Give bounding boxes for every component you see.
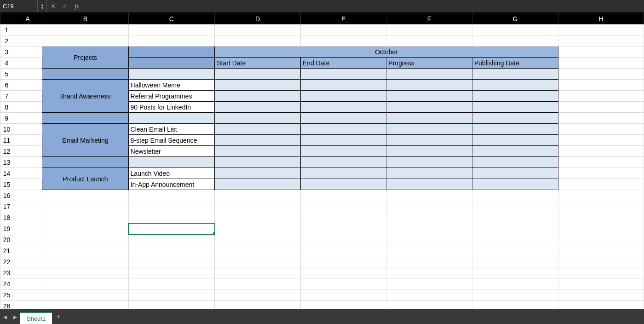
- cell[interactable]: [558, 24, 644, 35]
- cell[interactable]: [472, 245, 558, 256]
- cell[interactable]: [42, 201, 128, 212]
- sheet-area[interactable]: A B C D E F G H 1 2 3 Projects October 4…: [0, 13, 644, 309]
- cell[interactable]: [558, 168, 644, 179]
- row-header[interactable]: 25: [0, 289, 13, 301]
- cell[interactable]: [42, 301, 128, 310]
- selected-cell[interactable]: [128, 223, 215, 234]
- cell[interactable]: [128, 234, 215, 245]
- row-header[interactable]: 23: [0, 267, 13, 278]
- formula-input[interactable]: [83, 0, 644, 12]
- cell[interactable]: [42, 245, 128, 256]
- cell[interactable]: [558, 278, 644, 289]
- cell[interactable]: [386, 256, 472, 267]
- cell[interactable]: [215, 256, 301, 267]
- col-header-H[interactable]: H: [558, 13, 644, 24]
- cell[interactable]: [13, 234, 42, 245]
- task-cell[interactable]: Clean Email List: [128, 124, 215, 135]
- cell[interactable]: [13, 179, 42, 190]
- select-all-corner[interactable]: [0, 13, 13, 24]
- cell[interactable]: [13, 124, 42, 135]
- cell[interactable]: [300, 201, 386, 212]
- cell[interactable]: [42, 289, 128, 301]
- month-header[interactable]: October: [215, 46, 558, 58]
- cell[interactable]: [558, 69, 644, 80]
- cell[interactable]: [128, 113, 215, 124]
- cell[interactable]: [13, 69, 42, 80]
- cell[interactable]: [472, 223, 558, 234]
- cell[interactable]: [300, 267, 386, 278]
- cell[interactable]: [386, 146, 472, 157]
- cell[interactable]: [472, 278, 558, 289]
- cell[interactable]: [472, 80, 558, 91]
- publishing-date-header[interactable]: Publishing Date: [472, 58, 558, 69]
- projects-header[interactable]: Projects: [42, 46, 128, 69]
- fx-icon[interactable]: fx: [71, 0, 83, 12]
- cell[interactable]: [215, 179, 301, 190]
- cell[interactable]: [386, 278, 472, 289]
- cell[interactable]: [128, 157, 215, 168]
- cell[interactable]: [128, 190, 215, 201]
- cell[interactable]: [472, 289, 558, 301]
- cell[interactable]: [300, 278, 386, 289]
- progress-header[interactable]: Progress: [386, 58, 472, 69]
- cell[interactable]: [13, 80, 42, 91]
- cell[interactable]: [472, 102, 558, 113]
- task-cell[interactable]: Launch Video: [128, 168, 215, 179]
- row-header[interactable]: 17: [0, 201, 13, 212]
- cell[interactable]: [472, 301, 558, 310]
- cell[interactable]: [558, 113, 644, 124]
- cell[interactable]: [472, 35, 558, 46]
- cell[interactable]: [215, 301, 301, 310]
- row-header[interactable]: 1: [0, 24, 13, 35]
- cell[interactable]: [558, 201, 644, 212]
- task-cell[interactable]: 90 Posts for LinkedIn: [128, 102, 215, 113]
- cell[interactable]: [13, 135, 42, 146]
- row-header[interactable]: 8: [0, 102, 13, 113]
- cell[interactable]: [558, 146, 644, 157]
- col-header-D[interactable]: D: [215, 13, 301, 24]
- cell[interactable]: [558, 35, 644, 46]
- end-date-header[interactable]: End Date: [300, 58, 386, 69]
- cell[interactable]: [558, 135, 644, 146]
- accept-formula-button[interactable]: ✓: [59, 0, 71, 12]
- cell[interactable]: [472, 201, 558, 212]
- cell[interactable]: [558, 58, 644, 69]
- cell[interactable]: [300, 168, 386, 179]
- cell[interactable]: [13, 301, 42, 310]
- cell[interactable]: [472, 212, 558, 223]
- col-header-B[interactable]: B: [42, 13, 128, 24]
- task-cell[interactable]: Referral Programmes: [128, 91, 215, 102]
- task-cell[interactable]: Halloween Meme: [128, 80, 215, 91]
- cell[interactable]: [300, 245, 386, 256]
- cell[interactable]: [300, 157, 386, 168]
- row-header[interactable]: 18: [0, 212, 13, 223]
- cell[interactable]: [558, 80, 644, 91]
- cell[interactable]: [386, 267, 472, 278]
- cell[interactable]: [558, 223, 644, 234]
- cell[interactable]: [558, 102, 644, 113]
- cell[interactable]: [13, 102, 42, 113]
- cell[interactable]: [128, 24, 215, 35]
- cell[interactable]: [300, 212, 386, 223]
- cell[interactable]: [558, 289, 644, 301]
- cell[interactable]: [300, 135, 386, 146]
- cancel-formula-button[interactable]: ✕: [47, 0, 59, 12]
- row-header[interactable]: 11: [0, 135, 13, 146]
- cell[interactable]: [215, 278, 301, 289]
- cell[interactable]: [13, 278, 42, 289]
- cell[interactable]: [386, 179, 472, 190]
- row-header[interactable]: 16: [0, 190, 13, 201]
- cell[interactable]: [128, 289, 215, 301]
- cell[interactable]: [42, 223, 128, 234]
- row-header[interactable]: 4: [0, 58, 13, 69]
- row-header[interactable]: 20: [0, 234, 13, 245]
- cell[interactable]: [558, 91, 644, 102]
- cell[interactable]: [42, 190, 128, 201]
- cell[interactable]: [386, 234, 472, 245]
- cell[interactable]: [558, 245, 644, 256]
- col-header-C[interactable]: C: [128, 13, 215, 24]
- cell[interactable]: [300, 24, 386, 35]
- cell[interactable]: [386, 157, 472, 168]
- cell[interactable]: [13, 113, 42, 124]
- cell[interactable]: [13, 201, 42, 212]
